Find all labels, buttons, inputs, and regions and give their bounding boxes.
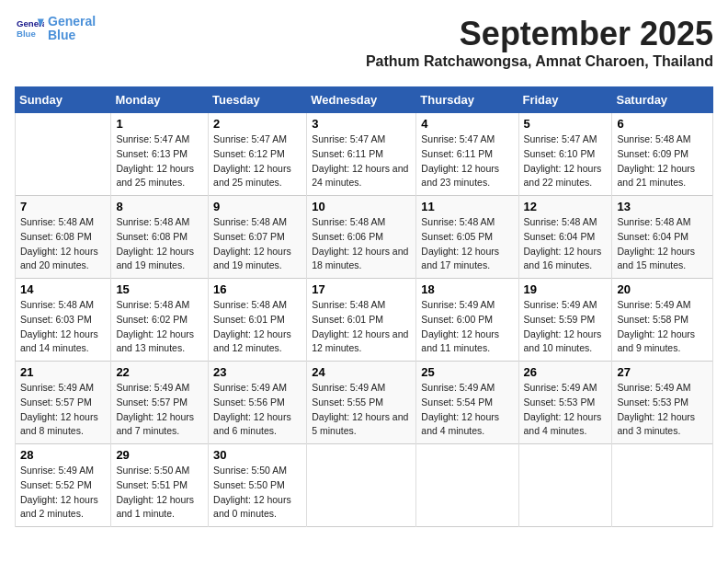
- day-info: Sunrise: 5:48 AMSunset: 6:09 PMDaylight:…: [617, 132, 708, 190]
- day-info: Sunrise: 5:49 AMSunset: 5:59 PMDaylight:…: [524, 298, 608, 356]
- day-number: 3: [312, 117, 411, 131]
- weekday-header-row: SundayMondayTuesdayWednesdayThursdayFrid…: [16, 87, 713, 113]
- calendar-cell: 27 Sunrise: 5:49 AMSunset: 5:53 PMDaylig…: [612, 362, 713, 444]
- calendar-cell: 5 Sunrise: 5:47 AMSunset: 6:10 PMDayligh…: [518, 113, 612, 196]
- calendar-cell: [416, 444, 518, 527]
- day-number: 24: [312, 365, 411, 379]
- day-info: Sunrise: 5:49 AMSunset: 5:56 PMDaylight:…: [213, 381, 301, 439]
- day-number: 28: [20, 448, 106, 462]
- day-number: 4: [421, 117, 513, 131]
- day-info: Sunrise: 5:49 AMSunset: 5:53 PMDaylight:…: [524, 381, 608, 439]
- calendar-cell: 21 Sunrise: 5:49 AMSunset: 5:57 PMDaylig…: [16, 362, 111, 444]
- weekday-header-wednesday: Wednesday: [307, 87, 416, 113]
- calendar-week-row: 7 Sunrise: 5:48 AMSunset: 6:08 PMDayligh…: [16, 196, 713, 279]
- calendar-week-row: 28 Sunrise: 5:49 AMSunset: 5:52 PMDaylig…: [16, 444, 713, 527]
- day-info: Sunrise: 5:48 AMSunset: 6:01 PMDaylight:…: [213, 298, 301, 356]
- month-title: September 2025: [366, 15, 713, 53]
- day-info: Sunrise: 5:49 AMSunset: 5:57 PMDaylight:…: [116, 381, 203, 439]
- calendar-cell: 10 Sunrise: 5:48 AMSunset: 6:06 PMDaylig…: [307, 196, 416, 279]
- logo-text: General Blue: [48, 15, 96, 43]
- calendar-cell: 3 Sunrise: 5:47 AMSunset: 6:11 PMDayligh…: [307, 113, 416, 196]
- day-info: Sunrise: 5:48 AMSunset: 6:01 PMDaylight:…: [312, 298, 411, 356]
- weekday-header-tuesday: Tuesday: [209, 87, 307, 113]
- day-info: Sunrise: 5:47 AMSunset: 6:10 PMDaylight:…: [524, 132, 608, 190]
- logo-icon: General Blue: [15, 16, 44, 41]
- calendar-cell: 17 Sunrise: 5:48 AMSunset: 6:01 PMDaylig…: [307, 279, 416, 362]
- day-number: 10: [312, 200, 411, 213]
- calendar-cell: 26 Sunrise: 5:49 AMSunset: 5:53 PMDaylig…: [518, 362, 612, 444]
- calendar-cell: 9 Sunrise: 5:48 AMSunset: 6:07 PMDayligh…: [209, 196, 307, 279]
- calendar-table: SundayMondayTuesdayWednesdayThursdayFrid…: [15, 86, 713, 527]
- calendar-cell: 20 Sunrise: 5:49 AMSunset: 5:58 PMDaylig…: [612, 279, 713, 362]
- day-number: 12: [524, 200, 608, 213]
- day-number: 21: [20, 365, 106, 379]
- calendar-cell: 14 Sunrise: 5:48 AMSunset: 6:03 PMDaylig…: [16, 279, 111, 362]
- day-number: 30: [213, 448, 301, 462]
- day-number: 9: [213, 200, 301, 213]
- calendar-cell: 22 Sunrise: 5:49 AMSunset: 5:57 PMDaylig…: [111, 362, 209, 444]
- calendar-cell: 24 Sunrise: 5:49 AMSunset: 5:55 PMDaylig…: [307, 362, 416, 444]
- day-info: Sunrise: 5:48 AMSunset: 6:04 PMDaylight:…: [617, 215, 708, 273]
- day-info: Sunrise: 5:50 AMSunset: 5:51 PMDaylight:…: [116, 464, 203, 522]
- calendar-week-row: 1 Sunrise: 5:47 AMSunset: 6:13 PMDayligh…: [16, 113, 713, 196]
- calendar-cell: 12 Sunrise: 5:48 AMSunset: 6:04 PMDaylig…: [518, 196, 612, 279]
- calendar-cell: [612, 444, 713, 527]
- calendar-cell: 1 Sunrise: 5:47 AMSunset: 6:13 PMDayligh…: [111, 113, 209, 196]
- weekday-header-sunday: Sunday: [16, 87, 111, 113]
- day-number: 22: [116, 365, 203, 379]
- calendar-cell: 13 Sunrise: 5:48 AMSunset: 6:04 PMDaylig…: [612, 196, 713, 279]
- calendar-cell: 15 Sunrise: 5:48 AMSunset: 6:02 PMDaylig…: [111, 279, 209, 362]
- day-info: Sunrise: 5:48 AMSunset: 6:04 PMDaylight:…: [524, 215, 608, 273]
- day-number: 7: [20, 200, 106, 213]
- day-number: 20: [617, 282, 708, 296]
- day-number: 19: [524, 282, 608, 296]
- day-info: Sunrise: 5:47 AMSunset: 6:11 PMDaylight:…: [312, 132, 411, 190]
- day-number: 17: [312, 282, 411, 296]
- day-info: Sunrise: 5:49 AMSunset: 5:53 PMDaylight:…: [617, 381, 708, 439]
- calendar-cell: [307, 444, 416, 527]
- calendar-cell: [16, 113, 111, 196]
- day-info: Sunrise: 5:47 AMSunset: 6:11 PMDaylight:…: [421, 132, 513, 190]
- calendar-cell: 8 Sunrise: 5:48 AMSunset: 6:08 PMDayligh…: [111, 196, 209, 279]
- weekday-header-saturday: Saturday: [612, 87, 713, 113]
- calendar-cell: 2 Sunrise: 5:47 AMSunset: 6:12 PMDayligh…: [209, 113, 307, 196]
- day-number: 8: [116, 200, 203, 213]
- calendar-cell: 11 Sunrise: 5:48 AMSunset: 6:05 PMDaylig…: [416, 196, 518, 279]
- day-number: 27: [617, 365, 708, 379]
- day-number: 2: [213, 117, 301, 131]
- day-number: 29: [116, 448, 203, 462]
- day-info: Sunrise: 5:48 AMSunset: 6:08 PMDaylight:…: [116, 215, 203, 273]
- day-info: Sunrise: 5:48 AMSunset: 6:03 PMDaylight:…: [20, 298, 106, 356]
- title-section: September 2025 Pathum Ratchawongsa, Amna…: [366, 15, 713, 79]
- day-number: 6: [617, 117, 708, 131]
- day-info: Sunrise: 5:49 AMSunset: 5:54 PMDaylight:…: [421, 381, 513, 439]
- day-info: Sunrise: 5:49 AMSunset: 6:00 PMDaylight:…: [421, 298, 513, 356]
- calendar-cell: 7 Sunrise: 5:48 AMSunset: 6:08 PMDayligh…: [16, 196, 111, 279]
- day-number: 1: [116, 117, 203, 131]
- calendar-cell: 6 Sunrise: 5:48 AMSunset: 6:09 PMDayligh…: [612, 113, 713, 196]
- day-number: 15: [116, 282, 203, 296]
- day-info: Sunrise: 5:48 AMSunset: 6:08 PMDaylight:…: [20, 215, 106, 273]
- calendar-cell: 18 Sunrise: 5:49 AMSunset: 6:00 PMDaylig…: [416, 279, 518, 362]
- weekday-header-friday: Friday: [518, 87, 612, 113]
- day-info: Sunrise: 5:48 AMSunset: 6:06 PMDaylight:…: [312, 215, 411, 273]
- calendar-cell: 16 Sunrise: 5:48 AMSunset: 6:01 PMDaylig…: [209, 279, 307, 362]
- day-info: Sunrise: 5:48 AMSunset: 6:07 PMDaylight:…: [213, 215, 301, 273]
- day-info: Sunrise: 5:47 AMSunset: 6:12 PMDaylight:…: [213, 132, 301, 190]
- day-info: Sunrise: 5:49 AMSunset: 5:52 PMDaylight:…: [20, 464, 106, 522]
- calendar-week-row: 14 Sunrise: 5:48 AMSunset: 6:03 PMDaylig…: [16, 279, 713, 362]
- day-info: Sunrise: 5:49 AMSunset: 5:57 PMDaylight:…: [20, 381, 106, 439]
- calendar-cell: 30 Sunrise: 5:50 AMSunset: 5:50 PMDaylig…: [209, 444, 307, 527]
- calendar-cell: 25 Sunrise: 5:49 AMSunset: 5:54 PMDaylig…: [416, 362, 518, 444]
- day-info: Sunrise: 5:48 AMSunset: 6:05 PMDaylight:…: [421, 215, 513, 273]
- day-number: 25: [421, 365, 513, 379]
- location-subtitle: Pathum Ratchawongsa, Amnat Charoen, Thai…: [366, 53, 713, 70]
- day-number: 14: [20, 282, 106, 296]
- day-number: 26: [524, 365, 608, 379]
- logo: General Blue General Blue: [15, 15, 96, 43]
- day-number: 11: [421, 200, 513, 213]
- day-number: 18: [421, 282, 513, 296]
- day-number: 5: [524, 117, 608, 131]
- calendar-cell: [518, 444, 612, 527]
- day-number: 13: [617, 200, 708, 213]
